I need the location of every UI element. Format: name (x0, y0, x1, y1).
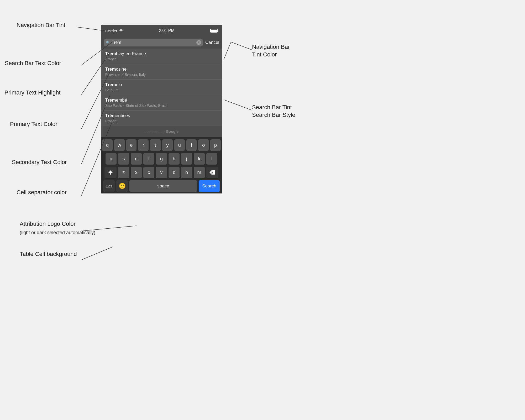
primary-text-highlight-label: Primary Text Highlight (4, 89, 61, 96)
key-j[interactable]: j (181, 153, 192, 165)
nav-bar-tint-label: Navigation Bar Tint (17, 22, 65, 29)
highlight-5: Tré (105, 113, 112, 118)
key-l[interactable]: l (206, 153, 217, 165)
search-bar: 🔍 Trem ✕ Cancel (101, 36, 222, 49)
key-x[interactable]: x (131, 167, 142, 178)
annotations-overlay (0, 0, 525, 420)
primary-text-color-label: Primary Text Color (10, 121, 57, 128)
result-secondary-1: France (105, 57, 218, 61)
key-w[interactable]: w (114, 139, 125, 151)
status-bar-left: Carrier (105, 29, 123, 33)
table-cell-background-label: Table Cell background (20, 251, 77, 258)
key-r[interactable]: r (138, 139, 149, 151)
status-bar-right (210, 29, 218, 33)
status-bar: Carrier 2:01 PM (101, 25, 222, 36)
key-v[interactable]: v (156, 167, 167, 178)
key-space[interactable]: space (129, 180, 197, 192)
svg-line-11 (224, 100, 252, 110)
result-item-4[interactable]: Tremembé São Paulo - State of São Paulo,… (101, 95, 222, 111)
attribution-prefix: powered by (144, 129, 166, 134)
search-bar-text-color-label: Search Bar Text Color (5, 60, 61, 67)
battery-icon (210, 29, 218, 33)
key-o[interactable]: o (198, 139, 209, 151)
search-query-text: Trem (112, 40, 195, 45)
key-m[interactable]: m (194, 167, 205, 178)
key-a[interactable]: a (106, 153, 117, 165)
key-123[interactable]: 123 (103, 180, 115, 192)
key-delete[interactable] (206, 167, 218, 178)
key-i[interactable]: i (186, 139, 197, 151)
key-p[interactable]: p (210, 139, 221, 151)
svg-point-0 (120, 31, 121, 32)
nav-bar-tint-color-right-label: Navigation Bar Tint Color (252, 43, 290, 58)
result-primary-3: Tremelo (105, 82, 218, 87)
key-s[interactable]: s (118, 153, 129, 165)
search-icon: 🔍 (106, 41, 110, 45)
result-item-3[interactable]: Tremelo Belgium (101, 80, 222, 95)
keyboard-row-2: a s d f g h j k l (102, 153, 221, 165)
result-primary-4: Tremembé (105, 98, 218, 103)
key-n[interactable]: n (181, 167, 192, 178)
svg-line-8 (81, 247, 113, 260)
result-item-2[interactable]: Tremosine Province of Brescia, Italy (101, 64, 222, 80)
key-e[interactable]: e (126, 139, 137, 151)
key-y[interactable]: y (162, 139, 173, 151)
key-emoji[interactable]: 🙂 (116, 180, 128, 192)
secondary-text-color-label: Secondary Text Color (12, 159, 67, 166)
cell-separator-color-label: Cell separator color (17, 189, 67, 196)
clear-icon[interactable]: ✕ (196, 40, 201, 45)
keyboard-bottom-row: 123 🙂 space Search (102, 180, 221, 192)
status-time: 2:01 PM (159, 28, 175, 33)
wifi-icon (119, 29, 123, 33)
phone-mockup: Carrier 2:01 PM 🔍 Trem ✕ Cancel (101, 25, 222, 193)
key-k[interactable]: k (194, 153, 205, 165)
result-primary-5: Trémentines (105, 113, 218, 118)
key-q[interactable]: q (102, 139, 113, 151)
highlight-3: Trem (105, 82, 116, 87)
key-g[interactable]: g (156, 153, 167, 165)
keyboard-row-1: q w e r t y u i o p (102, 139, 221, 151)
highlight-2: Trem (105, 67, 116, 72)
key-search[interactable]: Search (199, 180, 220, 192)
result-secondary-5: France (105, 119, 218, 123)
search-input-container[interactable]: 🔍 Trem ✕ (104, 39, 203, 46)
cancel-button[interactable]: Cancel (205, 40, 219, 45)
svg-line-9 (224, 42, 231, 59)
result-primary-1: Tremblay-en-France (105, 51, 218, 56)
key-shift[interactable] (104, 167, 117, 178)
result-item-1[interactable]: Tremblay-en-France France (101, 49, 222, 64)
results-list: Tremblay-en-France France Tremosine Prov… (101, 49, 222, 126)
key-h[interactable]: h (169, 153, 180, 165)
keyboard-row-3: z x c v b n m (102, 167, 221, 178)
key-c[interactable]: c (143, 167, 154, 178)
highlight-4: Trem (105, 98, 116, 103)
result-primary-2: Tremosine (105, 67, 218, 72)
key-z[interactable]: z (118, 167, 129, 178)
search-bar-tint-label: Search Bar Tint Search Bar Style (252, 104, 295, 119)
attribution-bar: powered by Google (101, 126, 222, 137)
key-b[interactable]: b (169, 167, 180, 178)
key-f[interactable]: f (143, 153, 154, 165)
result-secondary-3: Belgium (105, 88, 218, 92)
key-d[interactable]: d (131, 153, 142, 165)
keyboard: q w e r t y u i o p a s d f g h j k l (101, 137, 222, 193)
highlight-1: Trem (105, 51, 116, 56)
key-u[interactable]: u (174, 139, 185, 151)
carrier-label: Carrier (105, 29, 117, 33)
result-secondary-2: Province of Brescia, Italy (105, 72, 218, 77)
svg-line-10 (231, 42, 252, 50)
attribution-logo-color-label: Attribution Logo Color (20, 220, 76, 227)
result-secondary-4: São Paulo - State of São Paulo, Brazil (105, 103, 218, 108)
attribution-brand: Google (166, 129, 178, 134)
result-item-5[interactable]: Trémentines France (101, 111, 222, 126)
attribution-logo-sub-label: (light or dark selected automatically) (20, 230, 95, 235)
key-t[interactable]: t (150, 139, 161, 151)
